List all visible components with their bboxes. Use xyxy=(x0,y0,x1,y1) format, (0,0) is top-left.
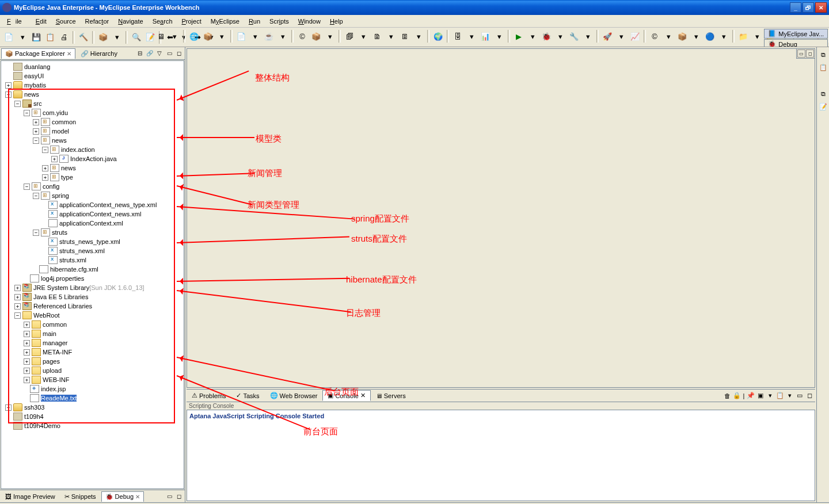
tree-container[interactable]: duanlang easyUI +mybatis −news −src −com… xyxy=(1,60,184,489)
dropdown-icon[interactable]: ▾ xyxy=(465,30,478,43)
dropdown-icon[interactable]: ▾ xyxy=(324,30,336,43)
expander-icon[interactable]: − xyxy=(14,312,21,319)
close-button[interactable]: ✕ xyxy=(815,2,827,13)
new-dropdown-icon[interactable]: ▾ xyxy=(16,31,29,44)
expander-icon[interactable]: − xyxy=(33,138,39,144)
menu-myeclipse[interactable]: MyEclipse xyxy=(206,17,244,26)
tab-debug[interactable]: 🐞Debug✕ xyxy=(101,491,144,502)
new-class-button[interactable]: © xyxy=(648,30,661,43)
tree-item[interactable]: +Java EE 5 Libraries xyxy=(1,292,184,301)
expander-icon[interactable]: − xyxy=(24,110,30,116)
tree-item[interactable]: +model xyxy=(1,127,184,136)
dtd-button[interactable]: 🗎 xyxy=(371,30,383,43)
dropdown-icon[interactable]: ▾ xyxy=(111,31,123,44)
tree-item[interactable]: ReadeMe.txt xyxy=(1,394,184,403)
scroll-lock-button[interactable]: 🔒 xyxy=(732,391,741,400)
folder-button[interactable]: 📁 xyxy=(737,30,750,43)
tab-problems[interactable]: ⚠Problems xyxy=(187,390,231,401)
tree-item[interactable]: +mybatis xyxy=(1,81,184,90)
menu-refactor[interactable]: Refactor xyxy=(81,17,114,26)
expander-icon[interactable]: − xyxy=(14,101,21,107)
search-button[interactable]: 🔍 xyxy=(130,31,143,44)
menu-search[interactable]: Search xyxy=(148,17,177,26)
run-button[interactable]: ▶ xyxy=(512,30,525,43)
dropdown-icon[interactable]: ▾ xyxy=(493,30,505,43)
dropdown-icon[interactable]: ▾ xyxy=(785,391,794,400)
dropdown-icon[interactable]: ▾ xyxy=(215,30,228,43)
outline-icon[interactable]: 📋 xyxy=(818,62,828,72)
xsd-button[interactable]: 🗏 xyxy=(398,30,411,43)
web-button[interactable]: 🌍 xyxy=(432,30,444,43)
tree-item[interactable]: index.jsp xyxy=(1,384,184,394)
close-tab-icon[interactable]: ✕ xyxy=(360,392,366,399)
expander-icon[interactable]: + xyxy=(42,165,48,171)
tree-item[interactable]: +news xyxy=(1,163,184,173)
tab-image-preview[interactable]: 🖼Image Preview xyxy=(1,491,59,501)
tree-item[interactable]: +main xyxy=(1,329,184,338)
perspective-myeclipse[interactable]: 📘MyEclipse Jav... xyxy=(764,29,828,39)
save-all-button[interactable]: 📋 xyxy=(44,31,56,44)
menu-scripts[interactable]: Scripts xyxy=(265,17,294,26)
class-button[interactable]: © xyxy=(296,30,309,43)
db-button[interactable]: 🗄 xyxy=(451,30,464,43)
minimize-icon[interactable]: ▭ xyxy=(165,49,174,58)
expander-icon[interactable]: + xyxy=(14,294,21,300)
xml-button[interactable]: 🗐 xyxy=(343,30,356,43)
maximize-icon[interactable]: ◻ xyxy=(174,492,184,501)
expander-icon[interactable]: + xyxy=(42,174,48,181)
wizard-button[interactable]: 📦 xyxy=(201,30,214,43)
external-button[interactable]: 🔧 xyxy=(568,30,580,43)
dropdown-icon[interactable]: ▾ xyxy=(276,30,289,43)
jsp-button[interactable]: 📄 xyxy=(235,30,248,43)
tab-tasks[interactable]: ✓Tasks xyxy=(231,390,264,401)
dropdown-icon[interactable]: ▾ xyxy=(662,30,675,43)
tree-item[interactable]: +common xyxy=(1,117,184,127)
expander-icon[interactable]: − xyxy=(5,91,12,98)
close-tab-icon[interactable]: ✕ xyxy=(135,494,140,500)
view-menu-icon[interactable]: ▽ xyxy=(155,49,164,58)
tree-item[interactable]: +pages xyxy=(1,357,184,366)
minimize-button[interactable]: _ xyxy=(790,2,801,13)
expander-icon[interactable]: − xyxy=(42,147,48,153)
tree-item[interactable]: −news xyxy=(1,136,184,145)
build-button[interactable]: 🔨 xyxy=(77,31,90,44)
tab-hierarchy[interactable]: 🔗 Hierarchy xyxy=(77,48,121,59)
menu-window[interactable]: Window xyxy=(294,17,325,26)
dropdown-icon[interactable]: ▾ xyxy=(168,30,181,43)
dropdown-icon[interactable]: ▾ xyxy=(412,30,425,43)
applet-button[interactable]: ☕ xyxy=(263,30,275,43)
display-button[interactable]: ▣ xyxy=(756,391,765,400)
expander-icon[interactable]: + xyxy=(24,349,30,356)
menu-source[interactable]: Source xyxy=(51,17,81,26)
open-console-button[interactable]: 📋 xyxy=(775,391,785,400)
tree-item[interactable]: −WebRoot xyxy=(1,311,184,320)
print-button[interactable]: 🖨 xyxy=(58,31,70,44)
expander-icon[interactable]: + xyxy=(24,331,30,337)
tree-item[interactable]: +common xyxy=(1,320,184,329)
close-tab-icon[interactable]: ✕ xyxy=(67,51,71,57)
maximize-icon[interactable]: ◻ xyxy=(805,391,814,400)
launch-button[interactable]: 🚀 xyxy=(601,30,614,43)
expander-icon[interactable]: + xyxy=(24,322,30,328)
expander-icon[interactable]: + xyxy=(24,368,30,374)
maximize-icon[interactable]: ◻ xyxy=(174,49,184,58)
perspective-debug[interactable]: 🐞Debug xyxy=(764,39,828,47)
maximize-icon[interactable]: ◻ xyxy=(806,49,814,58)
deploy-button[interactable]: 🌐 xyxy=(188,30,200,43)
menu-project[interactable]: Project xyxy=(177,17,206,26)
tab-servers[interactable]: 🖥Servers xyxy=(371,391,411,401)
tree-item[interactable]: struts_news.xml xyxy=(1,246,184,255)
tree-item[interactable]: duanlang xyxy=(1,62,184,71)
dropdown-icon[interactable]: ▾ xyxy=(385,30,397,43)
restore-icon[interactable]: ⧉ xyxy=(818,89,828,99)
expander-icon[interactable]: + xyxy=(5,404,12,411)
tree-item[interactable]: −config xyxy=(1,182,184,191)
tree-item[interactable]: t109h4 xyxy=(1,412,184,421)
tree-item[interactable]: easyUI xyxy=(1,71,184,81)
expander-icon[interactable]: − xyxy=(33,230,39,236)
tree-item[interactable]: hibernate.cfg.xml xyxy=(1,265,184,274)
expander-icon[interactable]: + xyxy=(33,119,39,125)
tree-item[interactable]: +IndexAction.java xyxy=(1,154,184,163)
tree-item[interactable]: t109h4Demo xyxy=(1,421,184,430)
tree-item[interactable]: −com.yidu xyxy=(1,108,184,117)
